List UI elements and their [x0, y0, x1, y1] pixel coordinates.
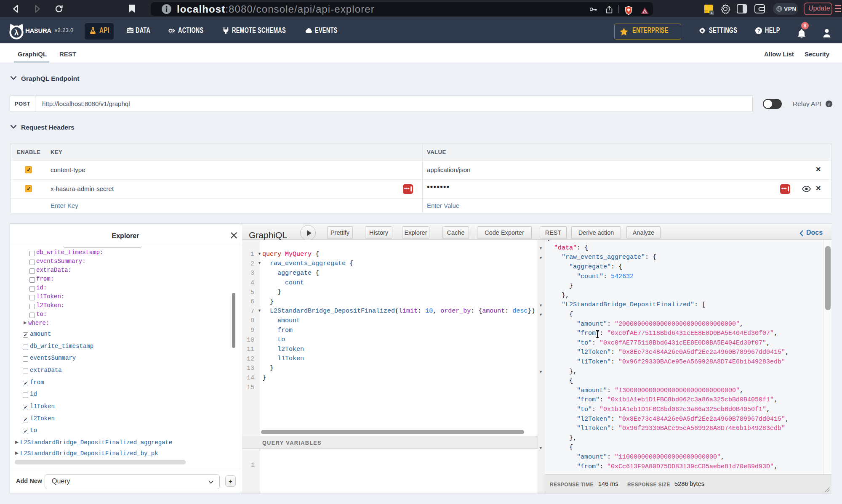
svg-text:λ: λ [14, 28, 19, 37]
svg-text:1: 1 [711, 11, 713, 15]
svg-text:?: ? [757, 28, 760, 33]
